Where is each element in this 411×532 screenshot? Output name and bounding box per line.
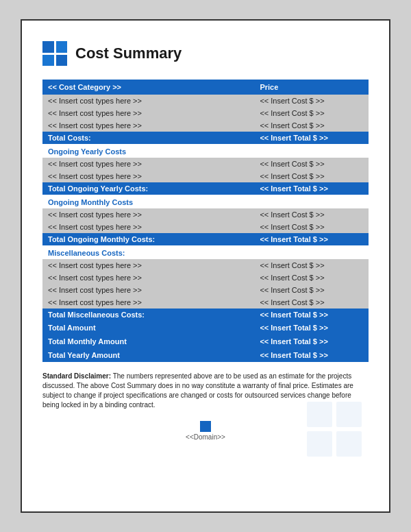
header: Cost Summary (42, 41, 369, 66)
price-cell: << Insert Cost $ >> (254, 296, 369, 309)
category-cell: << Insert cost types here >> (42, 119, 254, 132)
domain-icon (200, 421, 211, 432)
footer-label: Total Yearly Amount (42, 348, 254, 362)
category-cell: << Insert cost types here >> (42, 296, 254, 309)
price-cell: << Insert Cost $ >> (254, 95, 369, 107)
price-cell: << Insert Cost $ >> (254, 119, 369, 132)
section3-header-row: Ongoing Monthly Costs (42, 195, 369, 208)
price-cell: << Insert Cost $ >> (254, 284, 369, 296)
table-row: << Insert cost types here >><< Insert Co… (42, 271, 369, 284)
category-cell: << Insert cost types here >> (42, 208, 254, 221)
price-cell: << Insert Cost $ >> (254, 170, 369, 182)
category-cell: << Insert cost types here >> (42, 158, 254, 170)
table-row: << Insert cost types here >><< Insert Co… (42, 107, 369, 119)
price-cell: << Insert Cost $ >> (254, 259, 369, 271)
total1-price: << Insert Total $ >> (254, 132, 369, 144)
footer-label: Total Amount (42, 321, 254, 335)
price-cell: << Insert Cost $ >> (254, 271, 369, 284)
price-cell: << Insert Cost $ >> (254, 107, 369, 119)
total-row-3: Total Ongoing Monthly Costs:<< Insert To… (42, 233, 369, 245)
total4-price: << Insert Total $ >> (254, 309, 369, 321)
section2-header-row: Ongoing Yearly Costs (42, 144, 369, 158)
section4-header-row: Miscellaneous Costs: (42, 245, 369, 259)
total3-label: Total Ongoing Monthly Costs: (42, 233, 254, 245)
table-row: << Insert cost types here >><< Insert Co… (42, 221, 369, 233)
footer-total-row: Total Yearly Amount<< Insert Total $ >> (42, 348, 369, 362)
footer-label: Total Monthly Amount (42, 335, 254, 348)
total-row-4: Total Miscellaneous Costs:<< Insert Tota… (42, 309, 369, 321)
table-row: << Insert cost types here >><< Insert Co… (42, 119, 369, 132)
cost-table: << Cost Category >> Price << Insert cost… (42, 80, 369, 362)
table-row: << Insert cost types here >><< Insert Co… (42, 284, 369, 296)
total1-label: Total Costs: (42, 132, 254, 144)
table-row: << Insert cost types here >><< Insert Co… (42, 296, 369, 309)
total2-label: Total Ongoing Yearly Costs: (42, 182, 254, 195)
category-cell: << Insert cost types here >> (42, 259, 254, 271)
domain-label: <<Domain>> (186, 433, 225, 441)
category-cell: << Insert cost types here >> (42, 107, 254, 119)
col-price-header: Price (254, 80, 369, 95)
footer-price: << Insert Total $ >> (254, 348, 369, 362)
col-category-header: << Cost Category >> (42, 80, 254, 95)
table-row: << Insert cost types here >><< Insert Co… (42, 158, 369, 170)
table-row: << Insert cost types here >><< Insert Co… (42, 95, 369, 107)
total3-price: << Insert Total $ >> (254, 233, 369, 245)
table-row: << Insert cost types here >><< Insert Co… (42, 208, 369, 221)
footer-price: << Insert Total $ >> (254, 321, 369, 335)
table-row: << Insert cost types here >><< Insert Co… (42, 170, 369, 182)
category-cell: << Insert cost types here >> (42, 95, 254, 107)
disclaimer: Standard Disclaimer: The numbers represe… (42, 372, 369, 410)
footer-total-row: Total Monthly Amount<< Insert Total $ >> (42, 335, 369, 348)
footer-total-row: Total Amount<< Insert Total $ >> (42, 321, 369, 335)
footer-price: << Insert Total $ >> (254, 335, 369, 348)
total4-label: Total Miscellaneous Costs: (42, 309, 254, 321)
price-cell: << Insert Cost $ >> (254, 208, 369, 221)
page: Cost Summary << Cost Category >> Price <… (21, 19, 390, 513)
table-row: << Insert cost types here >><< Insert Co… (42, 259, 369, 271)
category-cell: << Insert cost types here >> (42, 221, 254, 233)
total-row-2: Total Ongoing Yearly Costs:<< Insert Tot… (42, 182, 369, 195)
total2-price: << Insert Total $ >> (254, 182, 369, 195)
section2-label: Ongoing Yearly Costs (42, 144, 369, 158)
logo-icon (42, 41, 67, 66)
disclaimer-prefix: Standard Disclaimer: (42, 372, 111, 380)
category-cell: << Insert cost types here >> (42, 271, 254, 284)
price-cell: << Insert Cost $ >> (254, 221, 369, 233)
category-cell: << Insert cost types here >> (42, 170, 254, 182)
page-title: Cost Summary (75, 45, 182, 62)
category-cell: << Insert cost types here >> (42, 284, 254, 296)
section3-label: Ongoing Monthly Costs (42, 195, 369, 208)
price-cell: << Insert Cost $ >> (254, 158, 369, 170)
footer-domain: <<Domain>> (42, 421, 369, 441)
total-row-1: Total Costs:<< Insert Total $ >> (42, 132, 369, 144)
section4-label: Miscellaneous Costs: (42, 245, 369, 259)
